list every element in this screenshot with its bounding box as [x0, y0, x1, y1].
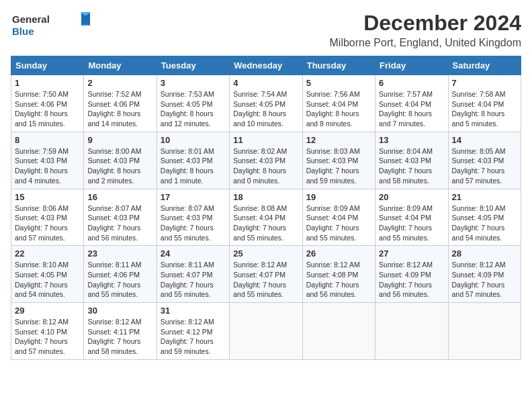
calendar-cell: 29Sunrise: 8:12 AMSunset: 4:10 PMDayligh… [11, 303, 84, 360]
day-number: 4 [233, 78, 298, 88]
calendar-cell [302, 303, 375, 360]
day-number: 5 [306, 78, 371, 88]
day-number: 22 [15, 248, 80, 259]
day-number: 24 [161, 248, 226, 259]
calendar-week-row: 15Sunrise: 8:06 AMSunset: 4:03 PMDayligh… [11, 189, 521, 246]
day-info: Sunrise: 8:05 AMSunset: 4:03 PMDaylight:… [452, 146, 517, 186]
day-number: 28 [452, 248, 517, 259]
day-info: Sunrise: 7:58 AMSunset: 4:04 PMDaylight:… [452, 89, 517, 129]
day-number: 1 [15, 78, 80, 88]
calendar-cell: 2Sunrise: 7:52 AMSunset: 4:06 PMDaylight… [84, 75, 157, 132]
svg-text:Blue: Blue [12, 26, 34, 37]
day-number: 12 [306, 135, 371, 145]
calendar-week-row: 29Sunrise: 8:12 AMSunset: 4:10 PMDayligh… [11, 303, 521, 360]
calendar-header-row: SundayMondayTuesdayWednesdayThursdayFrid… [11, 56, 521, 75]
day-number: 19 [306, 192, 371, 202]
day-info: Sunrise: 8:12 AMSunset: 4:12 PMDaylight:… [161, 317, 226, 357]
day-number: 26 [306, 248, 371, 259]
calendar-cell: 7Sunrise: 7:58 AMSunset: 4:04 PMDaylight… [448, 75, 521, 132]
calendar-header-wednesday: Wednesday [230, 56, 302, 75]
calendar-cell: 22Sunrise: 8:10 AMSunset: 4:05 PMDayligh… [11, 246, 84, 303]
day-info: Sunrise: 8:10 AMSunset: 4:05 PMDaylight:… [15, 260, 80, 300]
day-number: 3 [161, 78, 226, 88]
day-info: Sunrise: 8:00 AMSunset: 4:03 PMDaylight:… [87, 146, 152, 186]
calendar-cell: 12Sunrise: 8:03 AMSunset: 4:03 PMDayligh… [302, 132, 375, 189]
calendar-cell: 15Sunrise: 8:06 AMSunset: 4:03 PMDayligh… [11, 189, 84, 246]
calendar-header-saturday: Saturday [448, 56, 521, 75]
calendar-cell: 9Sunrise: 8:00 AMSunset: 4:03 PMDaylight… [84, 132, 157, 189]
page-subtitle: Milborne Port, England, United Kingdom [330, 37, 522, 49]
day-number: 9 [87, 135, 152, 145]
day-info: Sunrise: 7:56 AMSunset: 4:04 PMDaylight:… [306, 89, 371, 129]
day-info: Sunrise: 8:01 AMSunset: 4:03 PMDaylight:… [161, 146, 226, 186]
day-info: Sunrise: 8:12 AMSunset: 4:11 PMDaylight:… [87, 317, 152, 357]
day-number: 6 [379, 78, 444, 88]
day-number: 11 [233, 135, 298, 145]
calendar-cell: 10Sunrise: 8:01 AMSunset: 4:03 PMDayligh… [157, 132, 229, 189]
calendar-week-row: 1Sunrise: 7:50 AMSunset: 4:06 PMDaylight… [11, 75, 521, 132]
svg-text:General: General [12, 13, 50, 25]
day-number: 15 [15, 192, 80, 202]
day-number: 25 [233, 248, 298, 259]
day-number: 29 [15, 306, 80, 316]
calendar-cell: 4Sunrise: 7:54 AMSunset: 4:05 PMDaylight… [230, 75, 302, 132]
day-number: 8 [15, 135, 80, 145]
day-info: Sunrise: 7:59 AMSunset: 4:03 PMDaylight:… [15, 146, 80, 186]
day-info: Sunrise: 7:53 AMSunset: 4:05 PMDaylight:… [161, 89, 226, 129]
logo-icon: General Blue [11, 11, 91, 39]
calendar-cell: 11Sunrise: 8:02 AMSunset: 4:03 PMDayligh… [230, 132, 302, 189]
calendar-cell: 25Sunrise: 8:12 AMSunset: 4:07 PMDayligh… [230, 246, 302, 303]
calendar-cell: 3Sunrise: 7:53 AMSunset: 4:05 PMDaylight… [157, 75, 229, 132]
day-number: 18 [233, 192, 298, 202]
calendar-header-friday: Friday [375, 56, 448, 75]
calendar-cell: 31Sunrise: 8:12 AMSunset: 4:12 PMDayligh… [157, 303, 229, 360]
day-info: Sunrise: 8:09 AMSunset: 4:04 PMDaylight:… [306, 203, 371, 243]
day-number: 21 [452, 192, 517, 202]
calendar-cell [375, 303, 448, 360]
day-number: 31 [161, 306, 226, 316]
calendar-header-thursday: Thursday [302, 56, 375, 75]
calendar-cell: 21Sunrise: 8:10 AMSunset: 4:05 PMDayligh… [448, 189, 521, 246]
day-info: Sunrise: 8:11 AMSunset: 4:07 PMDaylight:… [161, 260, 226, 300]
calendar-cell: 18Sunrise: 8:08 AMSunset: 4:04 PMDayligh… [230, 189, 302, 246]
day-number: 13 [379, 135, 444, 145]
page-title: December 2024 [330, 11, 522, 36]
calendar-cell [448, 303, 521, 360]
day-number: 16 [87, 192, 152, 202]
day-info: Sunrise: 8:07 AMSunset: 4:03 PMDaylight:… [161, 203, 226, 243]
day-info: Sunrise: 8:12 AMSunset: 4:10 PMDaylight:… [15, 317, 80, 357]
day-info: Sunrise: 7:50 AMSunset: 4:06 PMDaylight:… [15, 89, 80, 129]
day-info: Sunrise: 7:57 AMSunset: 4:04 PMDaylight:… [379, 89, 444, 129]
day-number: 10 [161, 135, 226, 145]
day-info: Sunrise: 8:03 AMSunset: 4:03 PMDaylight:… [306, 146, 371, 186]
day-info: Sunrise: 8:12 AMSunset: 4:09 PMDaylight:… [452, 260, 517, 300]
day-number: 27 [379, 248, 444, 259]
calendar-header-monday: Monday [84, 56, 157, 75]
calendar-header-tuesday: Tuesday [157, 56, 229, 75]
day-info: Sunrise: 8:07 AMSunset: 4:03 PMDaylight:… [87, 203, 152, 243]
day-info: Sunrise: 8:09 AMSunset: 4:04 PMDaylight:… [379, 203, 444, 243]
calendar-cell: 28Sunrise: 8:12 AMSunset: 4:09 PMDayligh… [448, 246, 521, 303]
day-info: Sunrise: 8:06 AMSunset: 4:03 PMDaylight:… [15, 203, 80, 243]
page-header: General Blue December 2024 Milborne Port… [11, 11, 521, 49]
calendar-cell: 13Sunrise: 8:04 AMSunset: 4:03 PMDayligh… [375, 132, 448, 189]
day-info: Sunrise: 8:08 AMSunset: 4:04 PMDaylight:… [233, 203, 298, 243]
calendar-cell: 6Sunrise: 7:57 AMSunset: 4:04 PMDaylight… [375, 75, 448, 132]
calendar-cell: 14Sunrise: 8:05 AMSunset: 4:03 PMDayligh… [448, 132, 521, 189]
calendar-cell: 19Sunrise: 8:09 AMSunset: 4:04 PMDayligh… [302, 189, 375, 246]
logo: General Blue [11, 11, 91, 39]
calendar-cell: 5Sunrise: 7:56 AMSunset: 4:04 PMDaylight… [302, 75, 375, 132]
calendar-cell: 20Sunrise: 8:09 AMSunset: 4:04 PMDayligh… [375, 189, 448, 246]
day-number: 14 [452, 135, 517, 145]
calendar-week-row: 22Sunrise: 8:10 AMSunset: 4:05 PMDayligh… [11, 246, 521, 303]
calendar-cell: 17Sunrise: 8:07 AMSunset: 4:03 PMDayligh… [157, 189, 229, 246]
calendar-cell: 26Sunrise: 8:12 AMSunset: 4:08 PMDayligh… [302, 246, 375, 303]
day-info: Sunrise: 7:54 AMSunset: 4:05 PMDaylight:… [233, 89, 298, 129]
calendar-cell: 1Sunrise: 7:50 AMSunset: 4:06 PMDaylight… [11, 75, 84, 132]
day-info: Sunrise: 8:11 AMSunset: 4:06 PMDaylight:… [87, 260, 152, 300]
calendar-cell: 30Sunrise: 8:12 AMSunset: 4:11 PMDayligh… [84, 303, 157, 360]
day-number: 7 [452, 78, 517, 88]
day-number: 30 [87, 306, 152, 316]
day-info: Sunrise: 8:04 AMSunset: 4:03 PMDaylight:… [379, 146, 444, 186]
calendar-cell: 8Sunrise: 7:59 AMSunset: 4:03 PMDaylight… [11, 132, 84, 189]
